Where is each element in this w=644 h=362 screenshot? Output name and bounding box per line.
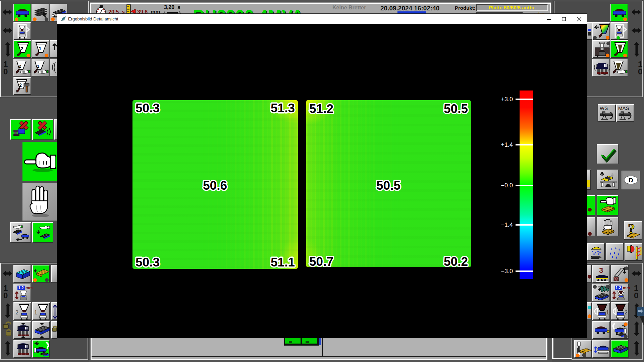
svg-text:51.3: 51.3 [271, 101, 295, 115]
svg-text:2: 2 [625, 310, 628, 315]
svg-text:2: 2 [20, 46, 23, 51]
svg-text:2: 2 [15, 310, 18, 315]
svg-text:1.2: 1.2 [615, 286, 621, 290]
svg-text:50.5: 50.5 [376, 179, 400, 192]
svg-text:mm: mm [25, 286, 33, 290]
svg-text:2: 2 [19, 82, 22, 88]
svg-text:2: 2 [19, 64, 21, 69]
svg-text:mm: mm [623, 286, 630, 290]
svg-text:1.2: 1.2 [18, 286, 24, 290]
svg-text:50.7: 50.7 [309, 255, 333, 268]
svg-text:51.2: 51.2 [309, 102, 333, 116]
svg-text:3: 3 [599, 266, 603, 275]
svg-text:51.1: 51.1 [271, 255, 295, 269]
svg-text:1: 1 [37, 64, 39, 69]
svg-text:50.3: 50.3 [136, 255, 160, 269]
svg-text:D: D [629, 177, 633, 184]
svg-text:50.2: 50.2 [444, 255, 468, 268]
svg-text:1: 1 [606, 310, 609, 315]
svg-text:50.3: 50.3 [136, 101, 160, 115]
svg-text:1: 1 [34, 310, 37, 315]
svg-text:50.6: 50.6 [203, 179, 227, 192]
svg-text:1: 1 [39, 46, 41, 51]
svg-text:50.5: 50.5 [444, 102, 468, 116]
